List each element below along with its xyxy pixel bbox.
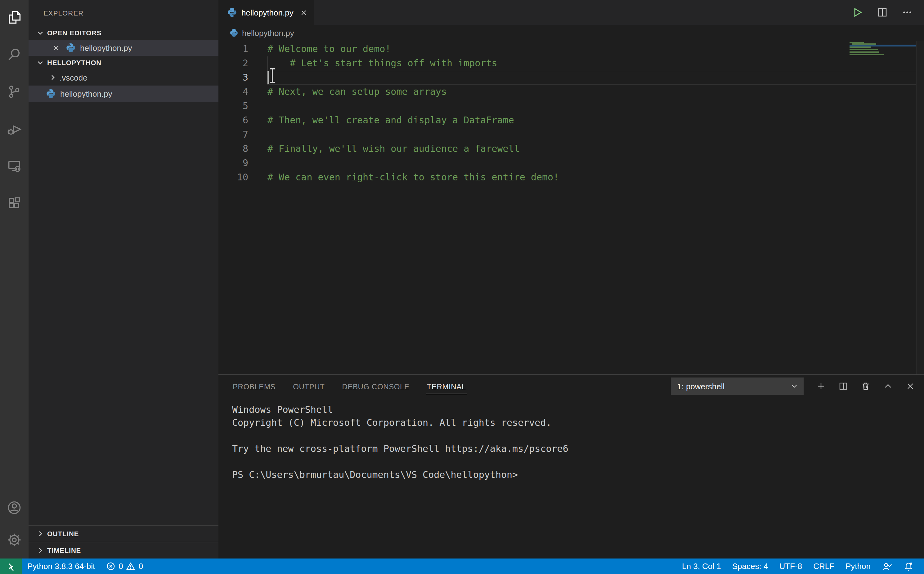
code-text: # Welcome to our demo!	[248, 42, 391, 57]
tree-item-vscode[interactable]: .vscode	[28, 69, 218, 85]
code-text: # Next, we can setup some arrays	[248, 85, 447, 99]
kill-terminal-icon[interactable]	[861, 381, 871, 391]
run-icon[interactable]	[851, 6, 863, 19]
gear-icon[interactable]	[0, 526, 28, 554]
folder-header[interactable]: HELLOPYTHON	[28, 56, 218, 69]
chevron-down-icon	[36, 28, 45, 37]
breadcrumb[interactable]: hellopython.py	[218, 25, 924, 41]
language-mode[interactable]: Python	[840, 558, 876, 574]
explorer-sidebar: EXPLORER OPEN EDITORS hellopython.py	[28, 0, 218, 558]
error-icon	[106, 561, 115, 571]
cursor-position[interactable]: Ln 3, Col 1	[676, 558, 727, 574]
code-text	[248, 99, 267, 114]
open-editor-item[interactable]: hellopython.py	[28, 40, 218, 56]
code-editor[interactable]: 1# Welcome to our demo!2 # Let's start t…	[218, 41, 924, 374]
minimap-line	[850, 43, 916, 45]
files-icon[interactable]	[0, 4, 28, 31]
code-line[interactable]: 4# Next, we can setup some arrays	[218, 85, 850, 99]
new-terminal-icon[interactable]	[816, 381, 826, 391]
debug-icon[interactable]	[0, 115, 28, 143]
remote-monitor-icon[interactable]	[0, 153, 28, 180]
line-number[interactable]: 4	[218, 85, 248, 99]
code-line[interactable]: 3	[218, 71, 850, 85]
line-number[interactable]: 2	[218, 57, 248, 71]
terminal-select-value: 1: powershell	[677, 382, 790, 391]
tab-bar: hellopython.py	[218, 0, 924, 25]
breadcrumb-item[interactable]: hellopython.py	[242, 28, 294, 38]
code-text	[248, 128, 267, 142]
more-actions-icon[interactable]	[902, 7, 913, 18]
code-line[interactable]: 2 # Let's start things off with imports	[218, 57, 850, 71]
line-number[interactable]: 10	[218, 170, 248, 185]
maximize-panel-icon[interactable]	[883, 381, 893, 391]
code-line[interactable]: 8# Finally, we'll wish our audience a fa…	[218, 142, 850, 156]
warning-icon	[126, 561, 136, 571]
close-icon[interactable]	[51, 43, 61, 53]
problems-status[interactable]: 0 0	[101, 558, 149, 574]
terminal-line: PS C:\Users\brmurtau\Documents\VS Code\h…	[232, 468, 924, 482]
line-number[interactable]: 6	[218, 114, 248, 128]
python-icon	[46, 88, 56, 99]
code-line[interactable]: 1# Welcome to our demo!	[218, 42, 850, 57]
terminal-line: Copyright (C) Microsoft Corporation. All…	[232, 416, 924, 430]
panel-tab-debug-console[interactable]: DEBUG CONSOLE	[341, 378, 410, 394]
editor-group: hellopython.py	[218, 0, 924, 558]
eol-sequence[interactable]: CRLF	[808, 558, 840, 574]
code-text: # Finally, we'll wish our audience a far…	[248, 142, 520, 156]
line-number[interactable]: 1	[218, 42, 248, 57]
python-interpreter[interactable]: Python 3.8.3 64-bit	[22, 558, 101, 574]
account-icon[interactable]	[0, 494, 28, 521]
feedback-person-icon[interactable]	[876, 558, 898, 574]
code-lines: 1# Welcome to our demo!2 # Let's start t…	[218, 42, 850, 185]
extensions-icon[interactable]	[0, 190, 28, 217]
terminal-line	[232, 430, 924, 443]
encoding[interactable]: UTF-8	[774, 558, 808, 574]
status-bar-right: Ln 3, Col 1 Spaces: 4 UTF-8 CRLF Python	[676, 558, 924, 574]
tree-item-hellopython[interactable]: hellopython.py	[28, 85, 218, 102]
close-panel-icon[interactable]	[905, 381, 915, 391]
chevron-right-icon	[48, 73, 57, 82]
line-number[interactable]: 5	[218, 99, 248, 114]
bell-icon[interactable]	[898, 558, 919, 574]
python-icon	[66, 43, 76, 53]
panel-tab-problems[interactable]: PROBLEMS	[232, 378, 276, 394]
code-line[interactable]: 5	[218, 99, 850, 114]
line-number[interactable]: 9	[218, 156, 248, 170]
tab-hellopython[interactable]: hellopython.py	[218, 0, 314, 25]
code-text: # Let's start things off with imports	[248, 57, 497, 71]
code-line[interactable]: 10# We can even right-click to store thi…	[218, 170, 850, 185]
open-editors-header[interactable]: OPEN EDITORS	[28, 26, 218, 40]
panel-tab-output[interactable]: OUTPUT	[292, 378, 325, 394]
code-text	[248, 156, 267, 170]
python-icon	[229, 28, 238, 37]
chevron-down-icon	[36, 58, 45, 67]
line-number[interactable]: 3	[218, 71, 248, 85]
terminal-select[interactable]: 1: powershell	[671, 377, 804, 395]
timeline-header[interactable]: TIMELINE	[28, 542, 218, 558]
line-number[interactable]: 7	[218, 128, 248, 142]
close-icon[interactable]	[300, 8, 308, 16]
indentation[interactable]: Spaces: 4	[727, 558, 774, 574]
split-editor-icon[interactable]	[877, 7, 888, 18]
terminal-line	[232, 456, 924, 468]
chevron-right-icon	[36, 529, 45, 538]
line-number[interactable]: 8	[218, 142, 248, 156]
remote-indicator[interactable]	[0, 558, 22, 574]
code-line[interactable]: 6# Then, we'll create and display a Data…	[218, 114, 850, 128]
git-branch-icon[interactable]	[0, 78, 28, 106]
mouse-ibeam-cursor	[268, 68, 277, 84]
minimap[interactable]	[850, 42, 916, 55]
terminal-line: Try the new cross-platform PowerShell ht…	[232, 443, 924, 456]
code-line[interactable]: 9	[218, 156, 850, 170]
terminal-line: Windows PowerShell	[232, 404, 924, 416]
editor-scrollbar[interactable]	[916, 41, 924, 374]
search-icon[interactable]	[0, 41, 28, 68]
warning-count: 0	[139, 561, 143, 571]
terminal-output[interactable]: Windows PowerShellCopyright (C) Microsof…	[218, 397, 924, 558]
outline-header[interactable]: OUTLINE	[28, 525, 218, 542]
code-line[interactable]: 7	[218, 128, 850, 142]
split-terminal-icon[interactable]	[839, 381, 848, 391]
folder-label: .vscode	[60, 73, 87, 82]
code-text: # We can even right-click to store this …	[248, 170, 559, 185]
panel-tab-terminal[interactable]: TERMINAL	[426, 378, 467, 394]
